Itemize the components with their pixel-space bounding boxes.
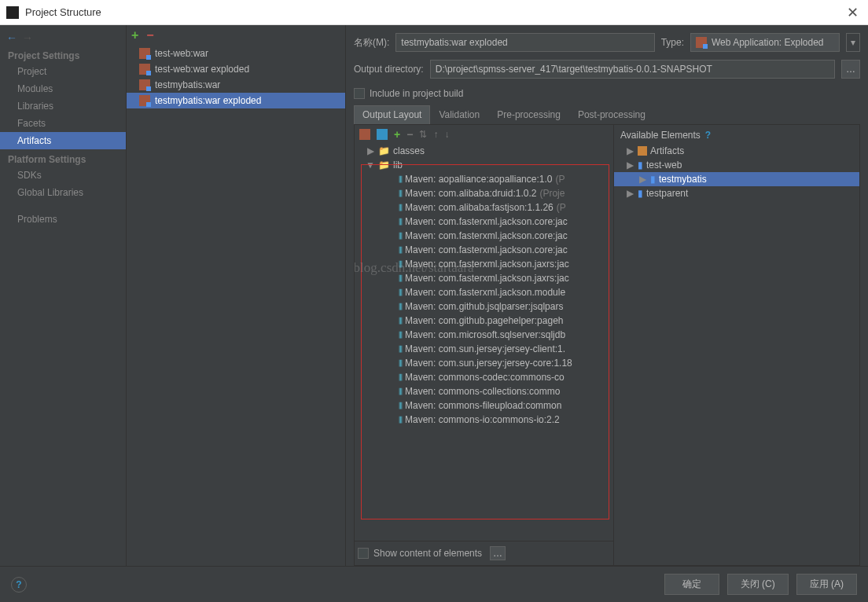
nav-item-libraries[interactable]: Libraries: [0, 97, 126, 115]
down-arrow-icon[interactable]: ↓: [444, 129, 449, 140]
tree-row[interactable]: Maven: com.alibaba:druid:1.0.2 (Proje: [355, 186, 613, 200]
apply-button[interactable]: 应用 (A): [796, 574, 857, 595]
help-icon[interactable]: ?: [705, 130, 711, 141]
add-icon[interactable]: +: [394, 128, 400, 141]
tree-row[interactable]: Maven: com.fasterxml.jackson.core:jac: [355, 243, 613, 257]
new-folder-icon[interactable]: [359, 129, 370, 140]
tree-row[interactable]: Maven: commons-codec:commons-co: [355, 370, 613, 384]
lib-suffix: (P: [555, 174, 565, 185]
close-button[interactable]: 关闭 (C): [727, 574, 789, 595]
close-icon[interactable]: ✕: [844, 1, 862, 24]
tree-row[interactable]: Maven: com.fasterxml.jackson.module: [355, 285, 613, 299]
lib-label: Maven: com.fasterxml.jackson.jaxrs:jac: [405, 259, 569, 270]
nav-item-project[interactable]: Project: [0, 63, 126, 80]
library-icon: [399, 244, 402, 255]
remove-artifact-icon[interactable]: −: [146, 28, 153, 42]
library-icon: [399, 372, 402, 383]
arrow-right-icon: ▶: [625, 145, 634, 156]
library-icon: [399, 315, 402, 326]
back-arrow-icon[interactable]: ←: [6, 31, 17, 44]
section-project-settings: Project Settings: [0, 46, 126, 63]
tab-post-processing[interactable]: Post-processing: [569, 105, 654, 124]
sort-icon[interactable]: ⇅: [419, 129, 427, 140]
tab-pre-processing[interactable]: Pre-processing: [488, 105, 569, 124]
include-checkbox[interactable]: [354, 88, 365, 99]
ok-button[interactable]: 确定: [664, 574, 719, 595]
library-icon: [399, 358, 402, 369]
up-arrow-icon[interactable]: ↑: [433, 129, 438, 140]
module-icon: ▮: [638, 160, 643, 171]
tree-row[interactable]: Maven: com.sun.jersey:jersey-core:1.18: [355, 356, 613, 370]
library-icon: [399, 287, 402, 298]
artifact-item[interactable]: test-web:war exploded: [127, 61, 345, 77]
tree-row[interactable]: Maven: com.github.jsqlparser:jsqlpars: [355, 299, 613, 314]
browse-button[interactable]: …: [841, 60, 860, 79]
nav-item-sdks[interactable]: SDKs: [0, 167, 126, 184]
tree-row[interactable]: Maven: com.alibaba:fastjson:1.1.26 (P: [355, 200, 613, 215]
help-button[interactable]: ?: [11, 577, 27, 593]
artifact-detail: 名称(M): Type: Web Application: Exploded ▾…: [346, 25, 868, 566]
folder-icon: 📁: [378, 160, 390, 171]
lib-suffix: (P: [557, 202, 566, 213]
artifact-item[interactable]: test-web:war: [127, 46, 345, 61]
available-item[interactable]: ▶ Artifacts: [614, 144, 859, 158]
tree-row[interactable]: Maven: com.github.pagehelper:pageh: [355, 314, 613, 328]
module-icon[interactable]: [377, 129, 388, 140]
available-item[interactable]: ▶▮ testparent: [614, 186, 859, 200]
name-input[interactable]: [395, 33, 654, 52]
library-icon: [399, 259, 402, 270]
tree-row[interactable]: Maven: commons-io:commons-io:2.2: [355, 413, 613, 427]
app-icon: [6, 6, 19, 19]
library-icon: [399, 273, 402, 284]
tree-row[interactable]: Maven: aopalliance:aopalliance:1.0 (P: [355, 172, 613, 186]
forward-arrow-icon[interactable]: →: [22, 31, 33, 44]
available-tree[interactable]: ▶ Artifacts▶▮ test-web▶▮ testmybatis▶▮ t…: [614, 144, 859, 565]
tab-output-layout[interactable]: Output Layout: [354, 105, 430, 124]
folder-icon: 📁: [378, 145, 390, 156]
nav-item-modules[interactable]: Modules: [0, 80, 126, 97]
output-tree[interactable]: http://blog.csdn.net/startaara ▶📁 classe…: [355, 144, 613, 541]
lib-suffix: (Proje: [539, 188, 565, 199]
section-platform-settings: Platform Settings: [0, 149, 126, 167]
chevron-down-icon[interactable]: ▾: [846, 33, 860, 52]
lib-label: Maven: aopalliance:aopalliance:1.0: [405, 174, 552, 185]
type-dropdown[interactable]: Web Application: Exploded: [690, 33, 840, 52]
available-item[interactable]: ▶▮ test-web: [614, 158, 859, 172]
nav-item-artifacts[interactable]: Artifacts: [0, 132, 126, 149]
tree-row[interactable]: ▶📁 classes: [355, 144, 613, 158]
artifact-list-panel: + − test-web:wartest-web:war explodedtes…: [126, 25, 346, 566]
library-icon: [399, 301, 402, 312]
lib-label: Maven: com.fasterxml.jackson.jaxrs:jac: [405, 273, 569, 284]
available-item[interactable]: ▶▮ testmybatis: [614, 172, 859, 186]
artifact-item[interactable]: testmybatis:war exploded: [127, 93, 345, 108]
include-label: Include in project build: [370, 88, 463, 99]
tree-row[interactable]: Maven: com.fasterxml.jackson.jaxrs:jac: [355, 271, 613, 285]
artifact-icon: [139, 95, 150, 106]
tree-row[interactable]: ▼📁 lib: [355, 158, 613, 172]
tree-row[interactable]: Maven: com.fasterxml.jackson.core:jac: [355, 215, 613, 229]
output-layout-panel: + − ⇅ ↑ ↓ http://blog.csdn.net/startaara…: [355, 125, 614, 565]
nav-item-global-libraries[interactable]: Global Libraries: [0, 184, 126, 201]
show-content-config-button[interactable]: …: [490, 546, 506, 560]
outdir-input[interactable]: [430, 60, 835, 79]
add-artifact-icon[interactable]: +: [131, 28, 138, 42]
nav-item-problems[interactable]: Problems: [0, 211, 126, 228]
show-content-checkbox[interactable]: [358, 548, 369, 559]
tree-row[interactable]: Maven: com.fasterxml.jackson.core:jac: [355, 229, 613, 243]
tree-row[interactable]: Maven: commons-fileupload:common: [355, 398, 613, 413]
tree-row[interactable]: Maven: com.sun.jersey:jersey-client:1.: [355, 342, 613, 356]
tree-row[interactable]: Maven: com.fasterxml.jackson.jaxrs:jac: [355, 257, 613, 271]
nav-history: ← →: [0, 30, 126, 46]
lib-label: Maven: com.github.jsqlparser:jsqlpars: [405, 301, 563, 312]
available-elements-panel: Available Elements ? ▶ Artifacts▶▮ test-…: [614, 125, 859, 565]
artifacts-icon: [638, 146, 647, 156]
tab-validation[interactable]: Validation: [430, 105, 488, 124]
artifact-item[interactable]: testmybatis:war: [127, 77, 345, 93]
tree-row[interactable]: Maven: commons-collections:commo: [355, 384, 613, 398]
artifact-icon: [139, 79, 150, 90]
tree-row[interactable]: Maven: com.microsoft.sqlserver:sqljdb: [355, 328, 613, 342]
nav-item-facets[interactable]: Facets: [0, 115, 126, 132]
remove-icon[interactable]: −: [406, 128, 413, 141]
artifact-label: testmybatis:war: [155, 79, 220, 90]
library-icon: [399, 386, 402, 397]
